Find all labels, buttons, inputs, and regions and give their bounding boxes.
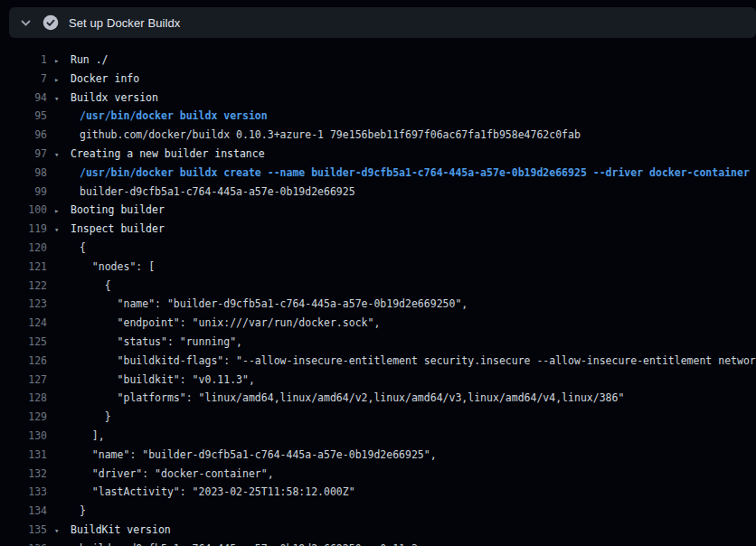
command-text: /usr/bin/docker buildx version: [80, 109, 268, 122]
line-number[interactable]: 130: [0, 427, 47, 446]
line-number[interactable]: 134: [0, 502, 47, 521]
log-line: 133 "lastActivity": "2023-02-25T11:58:12…: [0, 483, 756, 502]
group-chevron-expanded-icon[interactable]: ▾: [54, 89, 71, 108]
log-line: 95/usr/bin/docker buildx version: [0, 107, 756, 126]
output-text: {: [80, 279, 111, 292]
log-line: 123 "name": "builder-d9cfb5a1-c764-445a-…: [0, 295, 756, 314]
output-text: "name": "builder-d9cfb5a1-c764-445a-a57e…: [80, 448, 437, 461]
group-title[interactable]: BuildKit version: [71, 523, 171, 536]
output-text: "nodes": [: [80, 260, 155, 273]
log-line: 99builder-d9cfb5a1-c764-445a-a57e-0b19d2…: [0, 183, 756, 202]
check-circle-icon: [43, 14, 59, 31]
log-line: 131 "name": "builder-d9cfb5a1-c764-445a-…: [0, 446, 756, 465]
step-title: Set up Docker Buildx: [69, 16, 180, 30]
log-line: 126 "buildkitd-flags": "--allow-insecure…: [0, 352, 756, 371]
line-number[interactable]: 1: [0, 51, 47, 70]
line-number[interactable]: 121: [0, 258, 47, 277]
output-text: "name": "builder-d9cfb5a1-c764-445a-a57e…: [80, 297, 468, 310]
step-header[interactable]: Set up Docker Buildx: [9, 7, 756, 38]
line-number[interactable]: 96: [0, 126, 47, 145]
output-text: "driver": "docker-container",: [80, 467, 274, 480]
log-line: 134}: [0, 502, 756, 521]
output-text: ],: [80, 429, 105, 442]
log-line: 7▸Docker info: [0, 70, 756, 89]
group-chevron-collapsed-icon[interactable]: ▸: [54, 202, 71, 220]
group-title[interactable]: Run ./: [71, 53, 109, 66]
output-text: "endpoint": "unix:///var/run/docker.sock…: [80, 316, 380, 329]
line-number[interactable]: 94: [0, 89, 47, 108]
group-chevron-expanded-icon[interactable]: ▾: [54, 221, 71, 239]
line-number[interactable]: 100: [0, 201, 47, 220]
output-text: github.com/docker/buildx 0.10.3+azure-1 …: [80, 128, 581, 141]
log-line: 1▸Run ./: [0, 51, 756, 70]
log-line: 125 "status": "running",: [0, 333, 756, 352]
group-title[interactable]: Creating a new builder instance: [71, 147, 265, 160]
log-line: 98/usr/bin/docker buildx create --name b…: [0, 164, 756, 183]
output-text: "lastActivity": "2023-02-25T11:58:12.000…: [80, 485, 355, 498]
line-number[interactable]: 7: [0, 70, 47, 89]
line-number[interactable]: 95: [0, 107, 47, 126]
log-line: 129 }: [0, 408, 756, 427]
log-line: 96github.com/docker/buildx 0.10.3+azure-…: [0, 126, 756, 145]
group-chevron-collapsed-icon[interactable]: ▸: [54, 52, 71, 70]
log-line: 132 "driver": "docker-container",: [0, 465, 756, 484]
log-line: 100▸Booting builder: [0, 201, 756, 220]
log-line: 127 "buildkit": "v0.11.3",: [0, 371, 756, 390]
line-number[interactable]: 135: [0, 521, 47, 540]
line-number[interactable]: 99: [0, 183, 47, 202]
group-title[interactable]: Booting builder: [71, 203, 165, 216]
output-text: builder-d9cfb5a1-c764-445a-a57e-0b19d2e6…: [80, 185, 355, 198]
line-number[interactable]: 98: [0, 164, 47, 183]
output-text: "buildkitd-flags": "--allow-insecure-ent…: [80, 354, 756, 367]
log-line: 120{: [0, 239, 756, 258]
group-chevron-expanded-icon[interactable]: ▾: [54, 522, 71, 540]
line-number[interactable]: 119: [0, 220, 47, 239]
output-text: "platforms": "linux/amd64,linux/amd64/v2…: [80, 391, 624, 404]
log-line: 130 ],: [0, 427, 756, 446]
log-line: 121 "nodes": [: [0, 258, 756, 277]
output-text: "status": "running",: [80, 335, 242, 348]
line-number[interactable]: 122: [0, 277, 47, 296]
line-number[interactable]: 132: [0, 465, 47, 484]
log-line: 124 "endpoint": "unix:///var/run/docker.…: [0, 314, 756, 333]
output-text: "buildkit": "v0.11.3",: [80, 373, 255, 386]
log-line: 135▾BuildKit version: [0, 521, 756, 540]
line-number[interactable]: 126: [0, 352, 47, 371]
output-text: }: [80, 410, 111, 423]
log-line: 122 {: [0, 277, 756, 296]
group-chevron-collapsed-icon[interactable]: ▸: [54, 71, 71, 89]
group-title[interactable]: Inspect builder: [71, 222, 165, 235]
line-number[interactable]: 123: [0, 295, 47, 314]
line-number[interactable]: 129: [0, 408, 47, 427]
group-chevron-expanded-icon[interactable]: ▾: [54, 146, 71, 164]
line-number[interactable]: 131: [0, 446, 47, 465]
line-number[interactable]: 97: [0, 145, 47, 164]
group-title[interactable]: Buildx version: [71, 91, 158, 104]
log-line: 119▾Inspect builder: [0, 220, 756, 239]
line-number[interactable]: 136: [0, 540, 47, 546]
log-line: 97▾Creating a new builder instance: [0, 145, 756, 164]
line-number[interactable]: 133: [0, 483, 47, 502]
command-text: /usr/bin/docker buildx create --name bui…: [80, 166, 750, 179]
line-number[interactable]: 124: [0, 314, 47, 333]
output-text: }: [80, 504, 86, 517]
log-line: 128 "platforms": "linux/amd64,linux/amd6…: [0, 389, 756, 408]
log-line: 136builder-d9cfb5a1-c764-445a-a57e-0b19d…: [0, 540, 756, 546]
line-number[interactable]: 128: [0, 389, 47, 408]
log-lines: 1▸Run ./7▸Docker info94▾Buildx version95…: [0, 51, 756, 546]
output-text: {: [80, 241, 86, 254]
output-text: builder-d9cfb5a1-c764-445a-a57e-0b19d2e6…: [80, 542, 418, 546]
line-number[interactable]: 127: [0, 371, 47, 390]
log-line: 94▾Buildx version: [0, 89, 756, 108]
line-number[interactable]: 120: [0, 239, 47, 258]
chevron-down-icon[interactable]: [18, 15, 33, 30]
line-number[interactable]: 125: [0, 333, 47, 352]
group-title[interactable]: Docker info: [71, 72, 139, 85]
